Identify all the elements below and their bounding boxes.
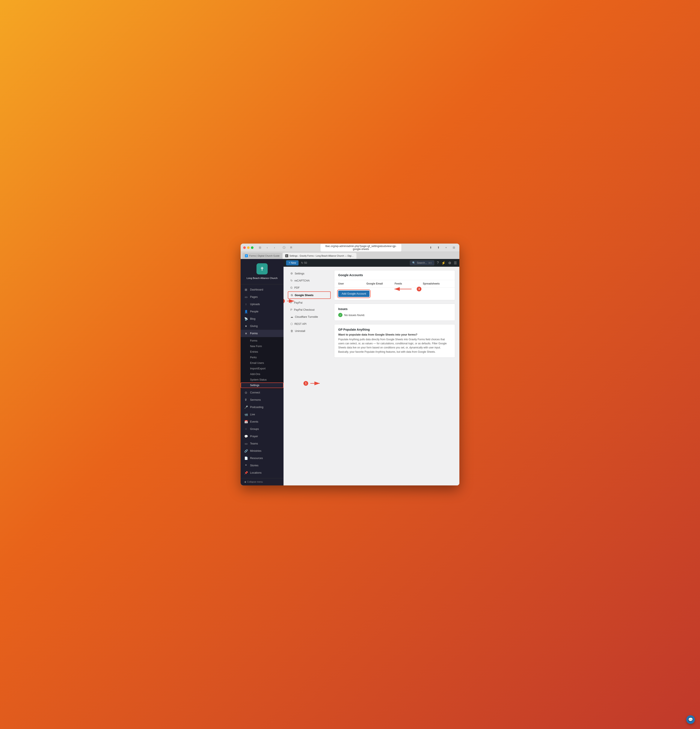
collapse-menu-button[interactable]: ◀ Collapse menu bbox=[241, 478, 283, 485]
tab-settings[interactable]: S Settings - Gravity Forms ‹ Long Beach … bbox=[283, 253, 356, 259]
sub-nav-email-users[interactable]: Email Users bbox=[241, 360, 283, 366]
maximize-button[interactable] bbox=[251, 246, 254, 249]
sidebar-item-prayer[interactable]: 💬 Prayer bbox=[241, 433, 283, 440]
sub-nav-new-form[interactable]: New Form bbox=[241, 344, 283, 349]
sidebar-item-label: Podcasting bbox=[250, 406, 263, 409]
sidebar-item-sermons[interactable]: 🎙 Sermons bbox=[241, 396, 283, 404]
chat-button[interactable]: 💬 bbox=[686, 715, 695, 724]
gp-title: GP Populate Anything bbox=[338, 328, 451, 331]
gear-icon[interactable]: ⚙ bbox=[448, 261, 451, 265]
uninstall-icon: 🗑 bbox=[290, 329, 293, 333]
search-placeholder: Search... bbox=[417, 261, 427, 264]
settings-nav-label: Uninstall bbox=[295, 330, 305, 333]
uploads-icon: ↑ bbox=[244, 302, 248, 306]
check-icon: ✓ bbox=[338, 313, 343, 317]
sidebar-item-live[interactable]: 📹 Live bbox=[241, 411, 283, 418]
sidebar-item-groups[interactable]: ⁘ Groups bbox=[241, 425, 283, 433]
settings-nav-paypal-checkout[interactable]: P PayPal Checkout bbox=[288, 306, 331, 313]
settings-nav-google-sheets[interactable]: G Google Sheets bbox=[288, 291, 331, 299]
sidebar-item-ministries[interactable]: 🔗 Ministries bbox=[241, 447, 283, 455]
stories-icon: ❝ bbox=[244, 463, 248, 468]
gp-subtitle: Want to populate data from Google Sheets… bbox=[338, 333, 451, 336]
settings-nav-general[interactable]: ⚙ Settings bbox=[288, 270, 331, 277]
sub-nav-add-ons[interactable]: Add-Ons bbox=[241, 371, 283, 377]
traffic-lights bbox=[243, 246, 254, 249]
sidebar-item-people[interactable]: 👤 People bbox=[241, 308, 283, 315]
pdf-icon: G bbox=[290, 286, 292, 289]
sidebar-item-resources[interactable]: 📄 Resources bbox=[241, 455, 283, 462]
settings-nav-rest-api[interactable]: ⬡ REST API bbox=[288, 321, 331, 327]
sub-nav-settings[interactable]: Settings bbox=[241, 382, 283, 388]
sidebar-toggle-button[interactable]: ⊟ bbox=[257, 245, 263, 250]
settings-sidebar: ⚙ Settings ↻ reCAPTCHA G PDF G bbox=[288, 270, 331, 361]
add-google-account-button[interactable]: Add Google Account bbox=[338, 290, 369, 297]
sidebar-item-podcasting[interactable]: 🎤 Podcasting bbox=[241, 404, 283, 411]
settings-nav-recaptcha[interactable]: ↻ reCAPTCHA bbox=[288, 277, 331, 284]
paypal-icon: P bbox=[290, 301, 292, 304]
issues-panel-body: Issues ✓ No issues found. bbox=[334, 304, 455, 321]
info-icon[interactable]: ⓘ bbox=[281, 245, 287, 250]
forward-button[interactable]: › bbox=[272, 245, 277, 250]
sidebar-panels-icon[interactable]: ⊟ bbox=[451, 245, 457, 250]
paypal-checkout-icon: P bbox=[290, 308, 292, 311]
topbar-count: ↻ 50 bbox=[301, 261, 307, 264]
back-button[interactable]: ‹ bbox=[264, 245, 270, 250]
col-spreadsheets: Spreadsheets bbox=[423, 282, 451, 285]
sidebar-item-stories[interactable]: ❝ Stories bbox=[241, 462, 283, 469]
address-bar[interactable]: lbac.org/wp-admin/admin.php?page=gf_sett… bbox=[320, 244, 402, 252]
recaptcha-icon: ↻ bbox=[290, 279, 293, 282]
gp-panel-body: GP Populate Anything Want to populate da… bbox=[334, 324, 455, 357]
sidebar-item-forms[interactable]: ≡ Forms bbox=[241, 330, 283, 337]
settings-nav-cloudflare[interactable]: ☁ Cloudflare Turnstile bbox=[288, 314, 331, 320]
sub-nav-system-status[interactable]: System Status bbox=[241, 377, 283, 382]
sub-nav-import-export[interactable]: Import/Export bbox=[241, 366, 283, 371]
topbar-right: 🔍 Search... ⌘K ? ⚡ ⚙ ☰ bbox=[410, 260, 457, 266]
main-area: + New ↻ 50 🔍 Search... ⌘K ? ⚡ ⚙ ☰ bbox=[283, 259, 459, 485]
extension-icon[interactable]: R bbox=[288, 245, 294, 250]
tab-settings-label: Settings - Gravity Forms ‹ Long Beach Al… bbox=[289, 254, 354, 257]
sidebar-item-uploads[interactable]: ↑ Uploads bbox=[241, 301, 283, 308]
share-icon[interactable]: ⬆ bbox=[435, 245, 441, 250]
settings-nav-label: PayPal Checkout bbox=[294, 308, 315, 311]
settings-nav-label: reCAPTCHA bbox=[295, 279, 310, 282]
sidebar-item-teams[interactable]: ▭ Teams bbox=[241, 440, 283, 447]
new-button[interactable]: + New bbox=[286, 260, 299, 266]
sidebar-item-connect[interactable]: ⊙ Connect bbox=[241, 389, 283, 396]
sidebar-item-events[interactable]: 📅 Events bbox=[241, 418, 283, 425]
tab-forms[interactable]: F Forms | Digital Church Guide bbox=[243, 253, 282, 259]
sidebar-item-label: Pages bbox=[250, 295, 257, 298]
sidebar-item-label: Ministries bbox=[250, 449, 261, 452]
sidebar-item-locations[interactable]: 📌 Locations bbox=[241, 469, 283, 476]
annotation-1: 1 bbox=[304, 381, 322, 386]
lightning-icon[interactable]: ⚡ bbox=[441, 261, 446, 265]
settings-nav-pdf[interactable]: G PDF bbox=[288, 284, 331, 291]
settings-nav-paypal[interactable]: P PayPal bbox=[288, 299, 331, 306]
minimize-button[interactable] bbox=[247, 246, 250, 249]
google-accounts-header: Google Accounts bbox=[334, 270, 455, 280]
sidebar-item-dashboard[interactable]: ⊞ Dashboard bbox=[241, 286, 283, 293]
count-value: 50 bbox=[304, 261, 307, 264]
user-menu-icon[interactable]: ☰ bbox=[454, 261, 457, 265]
sidebar-item-pages[interactable]: ▭ Pages bbox=[241, 293, 283, 301]
gp-panel: GP Populate Anything Want to populate da… bbox=[334, 324, 455, 358]
content-body: ⚙ Settings ↻ reCAPTCHA G PDF G bbox=[283, 267, 459, 485]
sidebar-item-blog[interactable]: 📡 Blog bbox=[241, 315, 283, 322]
sub-nav-perks[interactable]: Perks bbox=[241, 354, 283, 360]
new-tab-icon[interactable]: + bbox=[443, 245, 449, 250]
search-box[interactable]: 🔍 Search... ⌘K bbox=[410, 260, 434, 266]
settings-gear-icon: ⚙ bbox=[290, 272, 293, 275]
help-icon[interactable]: ? bbox=[437, 261, 439, 265]
download-icon[interactable]: ⬇ bbox=[428, 245, 434, 250]
sidebar-nav: ⊞ Dashboard ▭ Pages ↑ Uploads 👤 People 📡 bbox=[241, 284, 283, 478]
teams-icon: ▭ bbox=[244, 442, 248, 446]
live-icon: 📹 bbox=[244, 412, 248, 417]
tab-forms-label: Forms | Digital Church Guide bbox=[249, 254, 280, 257]
google-accounts-panel: Google Accounts User Google Email Feeds … bbox=[334, 270, 455, 300]
sub-nav-forms-list[interactable]: Forms bbox=[241, 338, 283, 344]
close-button[interactable] bbox=[243, 246, 246, 249]
tab-forms-icon: F bbox=[245, 254, 248, 257]
sidebar-item-giving[interactable]: ♥ Giving bbox=[241, 322, 283, 330]
sub-nav-entries[interactable]: Entries bbox=[241, 349, 283, 354]
settings-nav-uninstall[interactable]: 🗑 Uninstall bbox=[288, 328, 331, 334]
cloudflare-icon: ☁ bbox=[290, 315, 293, 318]
